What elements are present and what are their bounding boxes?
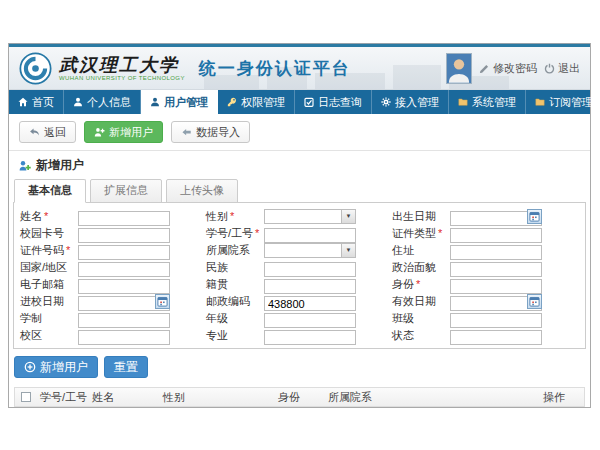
basic-info-panel: 姓名* 性别*▼ 出生日期 校园卡号 学号/工号* 证件类型* 证件号码* 所属… xyxy=(13,202,586,349)
folder-icon xyxy=(458,97,468,107)
main-nav: 首页 个人信息 用户管理 权限管理 日志查询 接入管理 系统管理 订阅管理 xyxy=(9,90,590,114)
required-asterisk: * xyxy=(438,227,442,239)
entry-date-label: 进校日期 xyxy=(20,294,78,309)
university-logo-icon xyxy=(19,52,52,85)
nav-item-profile[interactable]: 个人信息 xyxy=(64,90,141,114)
plus-circle-icon xyxy=(24,361,36,373)
campus-card-label: 校园卡号 xyxy=(20,226,78,241)
email-label: 电子邮箱 xyxy=(20,277,78,292)
reset-label: 重置 xyxy=(114,359,138,376)
campus-card-input[interactable] xyxy=(78,228,170,243)
calendar-icon xyxy=(529,296,540,307)
tab-upload-avatar[interactable]: 上传头像 xyxy=(166,179,238,203)
required-asterisk: * xyxy=(255,227,259,239)
log-check-icon xyxy=(304,97,314,107)
change-password-link[interactable]: 修改密码 xyxy=(479,61,537,76)
power-icon xyxy=(544,63,555,74)
country-input[interactable] xyxy=(78,262,170,277)
political-status-input[interactable] xyxy=(450,262,542,277)
chevron-down-icon: ▼ xyxy=(341,210,355,223)
data-import-button[interactable]: 数据导入 xyxy=(171,121,250,143)
add-user-submit-button[interactable]: 新增用户 xyxy=(14,356,98,378)
nav-item-access-management[interactable]: 接入管理 xyxy=(372,90,449,114)
add-user-toolbar-label: 新增用户 xyxy=(109,125,153,140)
entry-date-picker-button[interactable] xyxy=(155,294,170,309)
department-label: 所属院系 xyxy=(206,243,264,258)
platform-title: 统一身份认证平台 xyxy=(199,57,351,80)
add-user-submit-label: 新增用户 xyxy=(40,359,88,376)
pencil-icon xyxy=(479,63,490,74)
address-label: 住址 xyxy=(392,243,450,258)
id-type-input[interactable] xyxy=(450,228,542,243)
valid-date-label: 有效日期 xyxy=(392,294,450,309)
id-number-label: 证件号码* xyxy=(20,243,78,258)
column-identity: 身份 xyxy=(274,390,324,405)
student-id-input[interactable] xyxy=(264,228,356,243)
nav-label: 权限管理 xyxy=(241,95,285,110)
name-input[interactable] xyxy=(78,211,170,226)
campus-input[interactable] xyxy=(78,330,170,345)
nav-item-home[interactable]: 首页 xyxy=(9,90,64,114)
column-student-id: 学号/工号 xyxy=(36,390,88,405)
campus-label: 校区 xyxy=(20,328,78,343)
folder-icon xyxy=(535,97,545,107)
university-name-block: 武汉理工大学 WUHAN UNIVERSITY OF TECHNOLOGY xyxy=(59,56,185,81)
form-actions: 新增用户 重置 xyxy=(14,356,590,378)
class-label: 班级 xyxy=(392,311,450,326)
nav-label: 个人信息 xyxy=(87,95,131,110)
building-silhouette xyxy=(393,65,441,89)
back-button[interactable]: 返回 xyxy=(19,121,76,143)
select-all-checkbox[interactable] xyxy=(21,392,31,402)
column-department: 所属院系 xyxy=(324,390,539,405)
nav-item-log-query[interactable]: 日志查询 xyxy=(295,90,372,114)
reset-button[interactable]: 重置 xyxy=(104,356,148,378)
nav-item-subscription-management[interactable]: 订阅管理 xyxy=(526,90,600,114)
grade-input[interactable] xyxy=(264,313,356,328)
political-status-label: 政治面貌 xyxy=(392,260,450,275)
major-label: 专业 xyxy=(206,328,264,343)
required-asterisk: * xyxy=(66,244,70,256)
email-input[interactable] xyxy=(78,279,170,294)
ethnicity-input[interactable] xyxy=(264,262,356,277)
native-place-input[interactable] xyxy=(264,279,356,294)
university-name-en: WUHAN UNIVERSITY OF TECHNOLOGY xyxy=(59,75,185,81)
logout-label: 退出 xyxy=(558,61,580,76)
tab-extended-info[interactable]: 扩展信息 xyxy=(90,179,162,203)
identity-input[interactable] xyxy=(450,279,542,294)
add-user-toolbar-button[interactable]: 新增用户 xyxy=(84,121,163,143)
tab-basic-info[interactable]: 基本信息 xyxy=(14,179,86,203)
column-gender: 性别 xyxy=(159,390,274,405)
education-length-input[interactable] xyxy=(78,313,170,328)
identity-label: 身份* xyxy=(392,277,450,292)
birth-date-picker-button[interactable] xyxy=(527,209,542,224)
nav-item-user-management[interactable]: 用户管理 xyxy=(141,90,218,114)
major-input[interactable] xyxy=(264,330,356,345)
column-actions: 操作 xyxy=(539,390,584,405)
id-type-label: 证件类型* xyxy=(392,226,450,241)
department-select[interactable]: ▼ xyxy=(264,243,356,258)
nav-label: 接入管理 xyxy=(395,95,439,110)
id-number-input[interactable] xyxy=(78,245,170,260)
valid-date-picker-button[interactable] xyxy=(527,294,542,309)
postal-code-label: 邮政编码 xyxy=(206,294,264,309)
postal-code-input[interactable] xyxy=(264,296,356,311)
logout-link[interactable]: 退出 xyxy=(544,61,580,76)
nav-item-permission-management[interactable]: 权限管理 xyxy=(218,90,295,114)
name-label: 姓名* xyxy=(20,209,78,224)
ethnicity-label: 民族 xyxy=(206,260,264,275)
student-id-label: 学号/工号* xyxy=(206,226,264,241)
home-icon xyxy=(18,97,28,107)
user-table-header: 学号/工号 姓名 性别 身份 所属院系 操作 xyxy=(14,387,585,407)
required-asterisk: * xyxy=(416,278,420,290)
gender-select[interactable]: ▼ xyxy=(264,209,356,224)
gender-label: 性别* xyxy=(206,209,264,224)
class-input[interactable] xyxy=(450,313,542,328)
grade-label: 年级 xyxy=(206,311,264,326)
address-input[interactable] xyxy=(450,245,542,260)
status-input[interactable] xyxy=(450,330,542,345)
user-plus-icon xyxy=(94,127,105,138)
nav-item-system-management[interactable]: 系统管理 xyxy=(449,90,526,114)
native-place-label: 籍贯 xyxy=(206,277,264,292)
calendar-icon xyxy=(157,296,168,307)
import-arrow-icon xyxy=(181,127,192,138)
